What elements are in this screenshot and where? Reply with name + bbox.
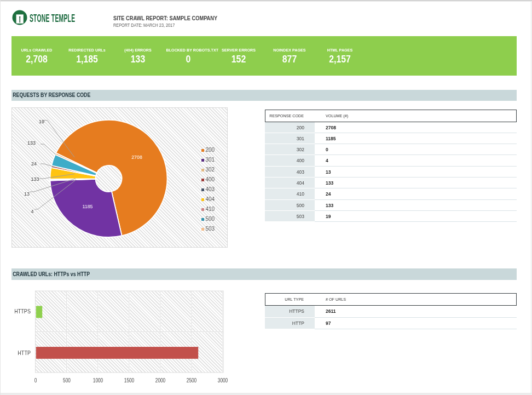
svg-text:STONE TEMPLE: STONE TEMPLE [30,13,75,24]
svg-text:13: 13 [24,191,30,197]
svg-text:24: 24 [31,161,37,167]
svg-text:133: 133 [27,140,36,146]
svg-text:19: 19 [39,119,44,124]
svg-text:133: 133 [31,176,39,182]
svg-text:4: 4 [31,209,33,214]
svg-text:1185: 1185 [83,204,93,209]
svg-text:2708: 2708 [131,154,142,160]
